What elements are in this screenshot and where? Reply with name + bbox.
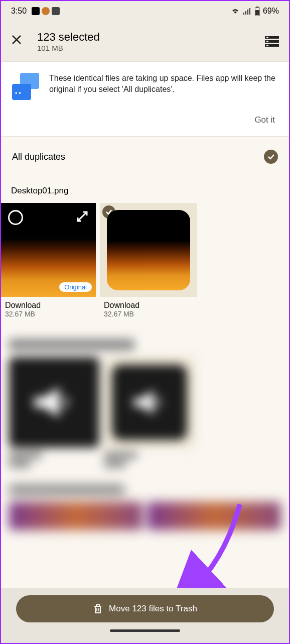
list-view-icon [265, 35, 279, 47]
blurred-content [1, 339, 289, 468]
status-bar: 3:50 69% [1, 1, 289, 21]
file-thumbnail-duplicate[interactable] [100, 203, 197, 297]
svg-rect-2 [247, 10, 248, 15]
signal-icon [243, 8, 252, 15]
file-size: 32.67 MB [104, 310, 193, 318]
battery-percent: 69% [263, 7, 279, 16]
select-all-toggle[interactable] [264, 150, 278, 164]
info-text: These identical files are taking up spac… [49, 73, 278, 101]
move-to-trash-button[interactable]: Move 123 files to Trash [16, 595, 274, 622]
file-size: 32.67 MB [5, 310, 94, 318]
status-right: 69% [231, 7, 279, 16]
svg-rect-10 [266, 37, 268, 38]
trash-icon [93, 603, 103, 614]
app-header: 123 selected 101 MB [1, 21, 289, 61]
file-location: Download [5, 301, 94, 310]
check-icon [267, 153, 275, 161]
expand-icon [76, 210, 89, 225]
file-thumbnail-original[interactable]: Original [1, 203, 96, 297]
status-app-icons [32, 7, 60, 15]
file-group-name: Desktop01.png [1, 169, 289, 203]
info-banner: • • These identical files are taking up … [1, 61, 289, 137]
duplicates-icon: • • [12, 73, 40, 101]
view-toggle-button[interactable] [265, 35, 279, 47]
dismiss-banner-button[interactable]: Got it [12, 115, 278, 125]
thumbnail-row: Original Download 32.67 MB Download 32.6… [1, 203, 289, 318]
status-time: 3:50 [11, 7, 27, 16]
wifi-icon [231, 8, 240, 15]
section-title: All duplicates [12, 152, 65, 162]
bottom-action-bar: Move 123 files to Trash [1, 588, 289, 643]
close-button[interactable] [11, 34, 22, 48]
svg-rect-1 [245, 11, 246, 15]
svg-rect-11 [266, 41, 268, 42]
nav-handle[interactable] [110, 629, 180, 632]
svg-rect-6 [255, 10, 259, 15]
section-header: All duplicates [1, 137, 289, 169]
svg-rect-0 [243, 13, 244, 15]
blurred-content-2 [1, 485, 289, 530]
trash-button-label: Move 123 files to Trash [109, 604, 197, 614]
original-badge: Original [59, 282, 92, 292]
page-subtitle: 101 MB [37, 44, 265, 52]
svg-rect-3 [249, 8, 250, 15]
svg-rect-12 [266, 45, 268, 46]
selection-circle-icon [8, 210, 23, 225]
file-location: Download [104, 301, 193, 310]
battery-icon [255, 7, 260, 16]
page-title: 123 selected [37, 31, 265, 44]
